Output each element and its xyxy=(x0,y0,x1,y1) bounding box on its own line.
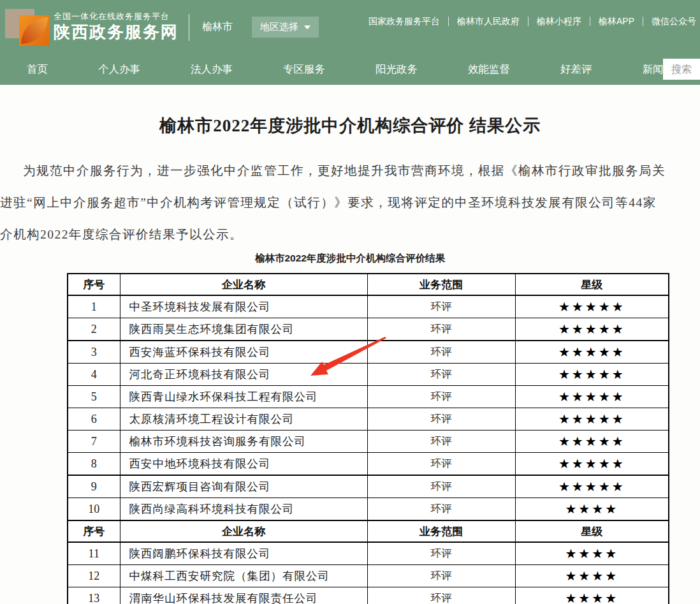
cell-star-rating: ★★★★★ xyxy=(515,318,669,341)
cell-serial: 8 xyxy=(68,453,120,476)
table-row: 5陕西青山绿水环保科技工程有限公司环评★★★★★ xyxy=(68,386,669,408)
cell-business-scope: 环评 xyxy=(367,587,515,604)
site-name: 陕西政务服务网 xyxy=(54,22,179,43)
cell-business-scope: 环评 xyxy=(367,318,515,341)
cell-business-scope: 环评 xyxy=(367,386,515,408)
table-row: 4河北奇正环境科技有限公司环评★★★★★ xyxy=(68,364,669,386)
nav-item-efficiency-supervision[interactable]: 效能监督 xyxy=(468,63,510,77)
column-header: 序号 xyxy=(68,274,120,295)
table-caption: 榆林市2022年度涉批中介机构综合评价结果 xyxy=(0,252,700,265)
paragraph-line: 为规范中介服务行为，进一步强化中介监管工作，更好地提升我市营商环境，根据《榆林市… xyxy=(0,155,700,187)
cell-business-scope: 环评 xyxy=(367,295,515,318)
cell-star-rating: ★★★★★ xyxy=(515,475,669,498)
header-links: 国家政务服务平台 榆林市人民政府 榆林小程序 榆林APP 微信公众号 注册 xyxy=(368,15,700,27)
cell-star-rating: ★★★★ xyxy=(515,498,669,521)
link-separator xyxy=(448,17,449,26)
paragraph-line: 介机构2022年度综合评价结果予以公示。 xyxy=(0,219,700,251)
page-title: 榆林市2022年度涉批中介机构综合评价 结果公示 xyxy=(0,115,700,136)
nav-item-corporate-services[interactable]: 法人办事 xyxy=(191,63,233,77)
cell-company-name: 西安中地环境科技有限公司 xyxy=(120,453,367,476)
cell-company-name: 渭南华山环保科技发展有限责任公司 xyxy=(120,587,367,604)
nav-item-transparent-gov[interactable]: 阳光政务 xyxy=(376,63,418,77)
cell-serial: 6 xyxy=(68,408,120,431)
chevron-down-icon xyxy=(304,26,310,29)
link-yulin-government[interactable]: 榆林市人民政府 xyxy=(457,16,520,27)
cell-star-rating: ★★★★★ xyxy=(515,364,669,386)
table-row: 7榆林市环境科技咨询服务有限公司环评★★★★★ xyxy=(68,431,669,453)
header-divider xyxy=(189,14,189,41)
region-select-button[interactable]: 地区选择 xyxy=(252,17,319,38)
search-box xyxy=(663,59,700,80)
cell-company-name: 陕西尚绿高科环境科技有限公司 xyxy=(120,498,367,521)
cell-company-name: 河北奇正环境科技有限公司 xyxy=(120,364,367,386)
table-row: 12中煤科工西安研究院（集团）有限公司环评★★★★ xyxy=(68,565,669,587)
main-navbar: 首页 个人办事 法人办事 专区服务 阳光政务 效能监督 好差评 新闻公告 xyxy=(0,54,700,85)
cell-star-rating: ★★★★★ xyxy=(515,453,669,476)
cell-serial: 9 xyxy=(68,475,120,498)
results-table: 序号企业名称业务范围星级1中圣环境科技发展有限公司环评★★★★★2陕西雨昊生态环… xyxy=(67,273,669,604)
cell-serial: 13 xyxy=(68,587,120,604)
table-row: 10陕西尚绿高科环境科技有限公司环评★★★★ xyxy=(68,498,669,521)
cell-company-name: 中煤科工西安研究院（集团）有限公司 xyxy=(120,565,367,587)
column-header: 企业名称 xyxy=(120,274,367,295)
cell-star-rating: ★★★★★ xyxy=(515,408,669,431)
nav-item-home[interactable]: 首页 xyxy=(27,63,48,77)
table-row: 1中圣环境科技发展有限公司环评★★★★★ xyxy=(68,295,669,318)
link-national-platform[interactable]: 国家政务服务平台 xyxy=(368,16,440,27)
nav-item-zone-services[interactable]: 专区服务 xyxy=(283,63,325,77)
link-separator xyxy=(528,17,529,26)
announcement-content: 榆林市2022年度涉批中介机构综合评价 结果公示 为规范中介服务行为，进一步强化… xyxy=(0,85,700,604)
cell-company-name: 陕西青山绿水环保科技工程有限公司 xyxy=(120,386,367,408)
cell-business-scope: 环评 xyxy=(367,431,515,453)
table-row: 9陕西宏辉项目咨询有限公司环评★★★★★ xyxy=(68,475,669,498)
column-header: 序号 xyxy=(68,520,120,542)
top-header: 全国一体化在线政务服务平台 陕西政务服务网 榆林市 地区选择 国家政务服务平台 … xyxy=(0,0,700,54)
cell-star-rating: ★★★★★ xyxy=(515,431,669,453)
column-header: 业务范围 xyxy=(367,520,515,542)
region-select-label: 地区选择 xyxy=(260,21,298,33)
cell-company-name: 陕西阔鹏环保科技有限公司 xyxy=(120,542,367,565)
cell-company-name: 西安海蓝环保科技有限公司 xyxy=(120,341,367,364)
cell-serial: 1 xyxy=(68,295,120,318)
site-titles: 全国一体化在线政务服务平台 陕西政务服务网 xyxy=(54,11,179,43)
cell-serial: 10 xyxy=(68,498,120,521)
cell-star-rating: ★★★★ xyxy=(515,587,669,604)
link-yulin-miniprogram[interactable]: 榆林小程序 xyxy=(537,16,581,27)
nav-item-personal-services[interactable]: 个人办事 xyxy=(98,63,140,77)
link-yulin-app[interactable]: 榆林APP xyxy=(599,16,634,27)
table-header-row: 序号企业名称业务范围星级 xyxy=(68,520,669,542)
table-row: 8西安中地环境科技有限公司环评★★★★★ xyxy=(68,453,669,476)
cell-serial: 11 xyxy=(68,542,120,565)
cell-star-rating: ★★★★★ xyxy=(515,295,669,318)
cell-business-scope: 环评 xyxy=(367,408,515,431)
column-header: 星级 xyxy=(515,520,669,542)
table-header-row: 序号企业名称业务范围星级 xyxy=(68,274,669,295)
link-separator xyxy=(590,17,590,26)
cell-business-scope: 环评 xyxy=(367,475,515,498)
paragraph-line: 进驻“网上中介服务超市”中介机构考评管理规定（试行）》要求，现将评定的中圣环境科… xyxy=(0,187,700,219)
table-row: 2陕西雨昊生态环境集团有限公司环评★★★★★ xyxy=(68,318,669,341)
cell-serial: 3 xyxy=(68,341,120,364)
cell-business-scope: 环评 xyxy=(367,498,515,521)
current-city-label: 榆林市 xyxy=(202,20,233,34)
cell-serial: 5 xyxy=(68,386,120,408)
cell-serial: 12 xyxy=(68,565,120,587)
link-separator xyxy=(643,17,643,26)
site-logo[interactable] xyxy=(5,7,46,48)
cell-serial: 4 xyxy=(68,364,120,386)
cell-serial: 7 xyxy=(68,431,120,453)
column-header: 星级 xyxy=(515,274,669,295)
table-row: 3西安海蓝环保科技有限公司环评★★★★★ xyxy=(68,341,669,364)
cell-business-scope: 环评 xyxy=(367,453,515,476)
cell-business-scope: 环评 xyxy=(367,341,515,364)
search-input[interactable] xyxy=(663,63,700,76)
cell-company-name: 榆林市环境科技咨询服务有限公司 xyxy=(120,431,367,453)
cell-company-name: 太原核清环境工程设计有限公司 xyxy=(120,408,367,431)
cell-star-rating: ★★★★ xyxy=(515,565,669,587)
link-wechat-official[interactable]: 微信公众号 xyxy=(652,16,696,27)
cell-business-scope: 环评 xyxy=(367,565,515,587)
cell-company-name: 陕西宏辉项目咨询有限公司 xyxy=(120,475,367,498)
nav-item-rating[interactable]: 好差评 xyxy=(560,63,592,77)
results-table-body: 序号企业名称业务范围星级1中圣环境科技发展有限公司环评★★★★★2陕西雨昊生态环… xyxy=(68,274,669,604)
cell-star-rating: ★★★★★ xyxy=(515,341,669,364)
